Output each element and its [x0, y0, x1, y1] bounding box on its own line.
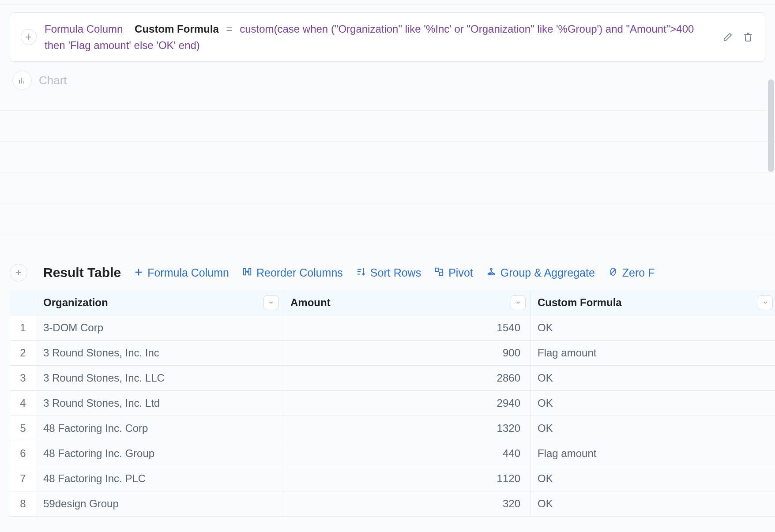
amount-cell[interactable]: 1120 [283, 466, 530, 491]
custom-formula-cell[interactable]: Flag amount [530, 341, 775, 366]
svg-rect-16 [436, 268, 439, 271]
table-row[interactable]: 13-DOM Corp1540OK [10, 315, 775, 341]
bg-gridline [0, 110, 775, 111]
amount-cell[interactable]: 1540 [283, 315, 530, 341]
organization-header-label: Organization [43, 296, 108, 308]
plus-icon [134, 266, 143, 279]
reorder-columns-tool-label: Reorder Columns [256, 266, 343, 279]
custom-formula-cell[interactable]: OK [530, 466, 775, 491]
svg-rect-10 [249, 268, 251, 275]
sort-rows-tool-label: Sort Rows [370, 266, 421, 279]
formula-column-tool[interactable]: Formula Column [134, 266, 229, 279]
pivot-icon [434, 266, 444, 279]
formula-column-tool-label: Formula Column [147, 266, 229, 279]
add-result-button[interactable] [10, 264, 27, 281]
table-row[interactable]: 748 Factoring Inc. PLC1120OK [10, 466, 775, 491]
rownum-cell: 4 [10, 391, 36, 416]
rownum-cell: 6 [10, 441, 36, 466]
sort-icon [356, 266, 366, 279]
reorder-columns-tool[interactable]: Reorder Columns [242, 266, 343, 279]
organization-cell[interactable]: 3 Round Stones, Inc. Inc [36, 341, 283, 366]
scrollbar-thumb[interactable] [768, 79, 774, 172]
amount-header-label: Amount [290, 296, 331, 308]
group-icon [486, 266, 496, 279]
chart-label[interactable]: Chart [39, 74, 67, 87]
group-aggregate-tool[interactable]: Group & Aggregate [486, 266, 595, 279]
vertical-scrollbar[interactable] [768, 26, 774, 238]
amount-cell[interactable]: 320 [283, 491, 530, 517]
zero-fill-tool[interactable]: Zero F [608, 266, 655, 279]
chart-icon[interactable] [12, 71, 32, 90]
custom-formula-header[interactable]: Custom Formula [530, 290, 775, 315]
organization-cell[interactable]: 48 Factoring Inc. Group [36, 441, 283, 466]
amount-cell[interactable]: 2860 [283, 366, 530, 391]
organization-header-menu[interactable] [263, 295, 278, 310]
zero-fill-icon [608, 266, 618, 279]
rownum-cell: 8 [10, 491, 36, 517]
amount-cell[interactable]: 900 [283, 341, 530, 366]
custom-formula-header-menu[interactable] [758, 295, 773, 310]
table-row[interactable]: 23 Round Stones, Inc. Inc900Flag amount [10, 341, 775, 366]
reorder-icon [242, 266, 252, 279]
bg-gridline [0, 141, 775, 142]
rownum-cell: 2 [10, 341, 36, 366]
result-section: Result Table Formula Column Reorder Colu… [10, 259, 775, 517]
custom-formula-cell[interactable]: OK [530, 366, 775, 391]
rownum-cell: 7 [10, 466, 36, 491]
organization-cell[interactable]: 48 Factoring Inc. Corp [36, 416, 283, 441]
table-row[interactable]: 548 Factoring Inc. Corp1320OK [10, 416, 775, 441]
table-row[interactable]: 859design Group320OK [10, 491, 775, 517]
rownum-cell: 3 [10, 366, 36, 391]
organization-cell[interactable]: 3 Round Stones, Inc. Ltd [36, 391, 283, 416]
organization-cell[interactable]: 59design Group [36, 491, 283, 517]
result-header: Result Table Formula Column Reorder Colu… [10, 259, 775, 290]
amount-cell[interactable]: 2940 [283, 391, 530, 416]
organization-cell[interactable]: 48 Factoring Inc. PLC [36, 466, 283, 491]
rownum-cell: 5 [10, 416, 36, 441]
svg-rect-9 [244, 268, 246, 275]
delete-formula-button[interactable] [742, 30, 754, 45]
organization-cell[interactable]: 3-DOM Corp [36, 315, 283, 341]
formula-equals: = [222, 23, 237, 35]
organization-header[interactable]: Organization [36, 290, 283, 315]
group-aggregate-tool-label: Group & Aggregate [500, 266, 595, 279]
svg-line-26 [610, 269, 615, 274]
custom-formula-cell[interactable]: OK [530, 416, 775, 441]
table-row[interactable]: 43 Round Stones, Inc. Ltd2940OK [10, 391, 775, 416]
table-header-row: Organization Amount Custom Formula [10, 290, 775, 315]
amount-header-menu[interactable] [511, 295, 526, 310]
svg-point-19 [490, 273, 492, 275]
zero-fill-tool-label: Zero F [622, 266, 655, 279]
table-row[interactable]: 33 Round Stones, Inc. LLC2860OK [10, 366, 775, 391]
pivot-tool[interactable]: Pivot [434, 266, 473, 279]
custom-formula-cell[interactable]: Flag amount [530, 441, 775, 466]
table-row[interactable]: 648 Factoring Inc. Group440Flag amount [10, 441, 775, 466]
custom-formula-cell[interactable]: OK [530, 391, 775, 416]
result-table: Organization Amount Custom Formula [10, 290, 775, 517]
bg-gridline [0, 234, 775, 234]
bg-gridline [0, 4, 775, 5]
formula-label: Formula Column [45, 23, 123, 35]
add-formula-button[interactable] [21, 29, 37, 45]
formula-name: Custom Formula [135, 23, 219, 35]
bg-gridline [0, 203, 775, 203]
bg-gridline [0, 172, 775, 172]
custom-formula-cell[interactable]: OK [530, 315, 775, 341]
pivot-tool-label: Pivot [448, 266, 473, 279]
svg-rect-17 [440, 272, 443, 275]
formula-text[interactable]: Formula Column Custom Formula = custom(c… [45, 21, 714, 53]
chart-row: Chart [12, 71, 67, 90]
result-title: Result Table [43, 265, 121, 280]
rownum-header [10, 290, 36, 315]
custom-formula-cell[interactable]: OK [530, 491, 775, 517]
formula-card: Formula Column Custom Formula = custom(c… [10, 12, 765, 62]
rownum-cell: 1 [10, 315, 36, 341]
edit-formula-button[interactable] [722, 30, 734, 45]
organization-cell[interactable]: 3 Round Stones, Inc. LLC [36, 366, 283, 391]
sort-rows-tool[interactable]: Sort Rows [356, 266, 421, 279]
custom-formula-header-label: Custom Formula [538, 296, 622, 308]
amount-header[interactable]: Amount [283, 290, 530, 315]
amount-cell[interactable]: 440 [283, 441, 530, 466]
amount-cell[interactable]: 1320 [283, 416, 530, 441]
